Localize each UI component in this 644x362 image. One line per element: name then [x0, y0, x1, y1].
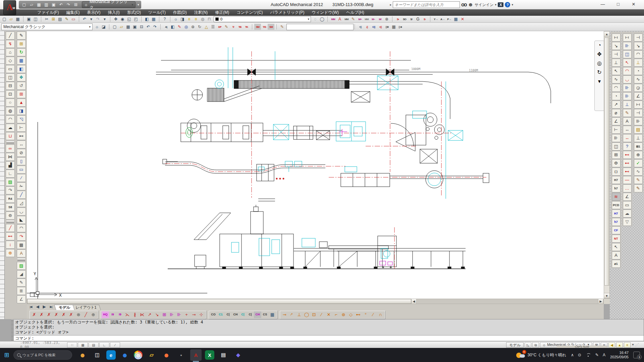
power-dim-icon[interactable]: ⊢! [612, 34, 621, 42]
taskbar-app-purple[interactable]: ◆ [232, 349, 244, 361]
mech-structure-icon[interactable]: ◨ [179, 16, 186, 22]
osnap-node-icon[interactable]: ° [362, 311, 369, 318]
undo-icon[interactable]: ↶ [145, 24, 152, 30]
palette-icon[interactable]: ◧ [169, 24, 176, 30]
tab-next-icon[interactable]: ▶ [41, 304, 48, 310]
dim-text-icon[interactable]: A [623, 117, 632, 125]
redo-icon[interactable]: ↷ [152, 24, 158, 30]
tab-model[interactable]: モデル [54, 305, 74, 310]
lamp-icon[interactable]: ¤ [624, 342, 631, 348]
dim-arc4-icon[interactable]: ◠ [634, 50, 643, 58]
copy-sheet-icon[interactable]: ⊟ [138, 24, 145, 30]
line-icon[interactable]: ╱ [6, 32, 15, 40]
infocenter-search-input[interactable] [393, 1, 460, 8]
prop-edit-icon[interactable]: ▭ [70, 16, 77, 22]
mech-options-icon[interactable]: ☼ [172, 16, 179, 22]
dim-datum-icon[interactable]: ⊥ [623, 101, 632, 109]
redo-drop-icon[interactable]: ▾ [101, 16, 108, 22]
arc-icon[interactable]: ◠ [6, 115, 15, 123]
snap-x3-icon[interactable]: ✗ [45, 311, 53, 318]
layer-x-icon[interactable]: ⊗ [383, 16, 390, 22]
dim-wave-icon[interactable]: ∿ [634, 168, 643, 176]
dim-dumbbell2-icon[interactable]: ⊷ [623, 159, 632, 167]
dia1-icon[interactable]: ⌀1 [612, 260, 621, 268]
hatch-green-icon[interactable]: ▨ [17, 262, 26, 270]
sym-par-icon[interactable]: ∦ [131, 311, 139, 318]
leader-icon[interactable]: ↖ [612, 243, 621, 251]
zoom-window-icon[interactable]: ◱ [126, 16, 132, 22]
polyline-icon[interactable]: ↯ [6, 40, 15, 48]
osnap-mid-icon[interactable]: ∕° [288, 311, 296, 318]
open-icon[interactable]: ▱ [118, 24, 125, 30]
toolbar-grip[interactable] [6, 221, 14, 223]
dim-ordinate-icon[interactable]: ⊥ [634, 59, 643, 67]
fillet-r4-icon[interactable]: R4 [6, 195, 15, 203]
osnap-settings-icon[interactable]: ∩ [377, 311, 384, 318]
sym-rail2-icon[interactable]: ⊪ [175, 311, 183, 318]
new-icon[interactable]: ▢ [1, 16, 8, 22]
fit-lines-icon[interactable]: ≋ [612, 193, 621, 201]
dim-funnel-icon[interactable]: ▽ [623, 218, 632, 226]
layer-group-bld-icon[interactable]: ▦ [390, 24, 397, 30]
menu-item[interactable]: 編集(E) [62, 9, 83, 16]
taskbar-search[interactable]: ウェブ & PC を検索 [13, 350, 72, 360]
steering-wheel-icon[interactable]: ◔ [598, 42, 601, 48]
dim-num-icon[interactable]: ⊞1 [634, 142, 643, 150]
zoom-blue-icon[interactable]: ◎ [183, 24, 190, 30]
sm-1-icon[interactable]: SM [254, 24, 261, 30]
horizontal-scroll-track[interactable] [417, 299, 598, 304]
fillet2-icon[interactable]: ◠ [17, 224, 26, 232]
dim-jogged-icon[interactable]: ↗ [612, 101, 621, 109]
osnap-none-icon[interactable]: ∕ [369, 311, 377, 318]
fit-h7b-icon[interactable]: h7 [612, 184, 621, 192]
sheetset-icon[interactable]: ⊞ [72, 2, 79, 8]
dim-diameter-icon[interactable]: ⌀ [612, 109, 621, 117]
dim-jog-icon[interactable]: ∿ [612, 75, 621, 83]
redo-icon[interactable]: ↷ [65, 2, 72, 8]
power-dim3-icon[interactable]: ⊢! [634, 101, 643, 109]
dim-arc-icon[interactable]: ◠ [612, 84, 621, 92]
layer-group-add-icon[interactable]: +▯ [357, 24, 364, 30]
save-icon[interactable]: ▦ [14, 16, 21, 22]
layer-plus-icon[interactable]: M+ [357, 16, 363, 22]
wifi-icon[interactable] [586, 353, 591, 357]
p-arrow-icon[interactable]: P→ [446, 16, 452, 22]
menu-item[interactable]: ファイル(F) [34, 9, 62, 16]
layer-slash-icon[interactable]: M/ [377, 16, 383, 22]
menu-item[interactable]: パラメトリック(P) [266, 9, 308, 16]
app-menu-button[interactable]: AM [3, 0, 16, 15]
array-icon[interactable]: ▦ [17, 57, 26, 65]
ws-settings-icon[interactable]: ☼ [94, 24, 100, 30]
menu-item[interactable]: ヘルプ(H) [342, 9, 368, 16]
dim-arc2-icon[interactable]: ◠ [623, 67, 632, 75]
scroll-up-icon[interactable]: ▲ [604, 32, 609, 37]
chamfer2-icon[interactable]: ◣ [17, 216, 26, 224]
bowtie-icon[interactable]: ⋈ [6, 153, 15, 161]
qat-overflow-icon[interactable]: ▾ [138, 3, 139, 6]
tray-pen-icon[interactable]: ✎ [595, 353, 599, 357]
snap-line-icon[interactable]: ╱ [82, 311, 90, 318]
ws-frame-icon[interactable]: ◪ [100, 24, 107, 30]
osnap-int-icon[interactable]: ✕ [325, 311, 332, 318]
fit-H7-icon[interactable]: H7 [612, 209, 621, 218]
dim-chain3-icon[interactable]: ⊪ [634, 117, 643, 125]
tray-onedrive-icon[interactable]: ⊙ [578, 353, 581, 357]
tray-chevron-icon[interactable]: ∧ [571, 353, 574, 357]
taskbar-app-explorer[interactable]: ▱ [146, 349, 157, 361]
stretch-icon[interactable]: ⊢ [17, 124, 26, 132]
rotate-icon[interactable]: ↺ [17, 82, 26, 90]
matchprop-icon[interactable]: ✎ [63, 16, 70, 22]
preview-icon[interactable]: ◫ [32, 16, 39, 22]
channel-icon[interactable]: ⊔ [6, 132, 15, 140]
layer-minus-icon[interactable]: M− [370, 16, 377, 22]
taskbar-app-excel[interactable]: X [205, 350, 214, 360]
snap-off-icon[interactable]: ⊗ [75, 311, 82, 318]
taskbar-app-taskview[interactable]: ◫ [92, 349, 103, 361]
break-icon[interactable]: ✁ [17, 182, 26, 190]
workspace-switcher[interactable]: ☼ Mechanical クラシック ▾ [82, 1, 136, 8]
toolbar-grip[interactable] [17, 258, 25, 261]
rotate-object-icon[interactable]: ↻ [196, 24, 203, 30]
horizontal-scroll-thumb[interactable] [27, 299, 411, 304]
rectangle-icon[interactable]: ▭ [6, 65, 15, 73]
dim-box-icon[interactable]: ◫ [612, 142, 621, 150]
